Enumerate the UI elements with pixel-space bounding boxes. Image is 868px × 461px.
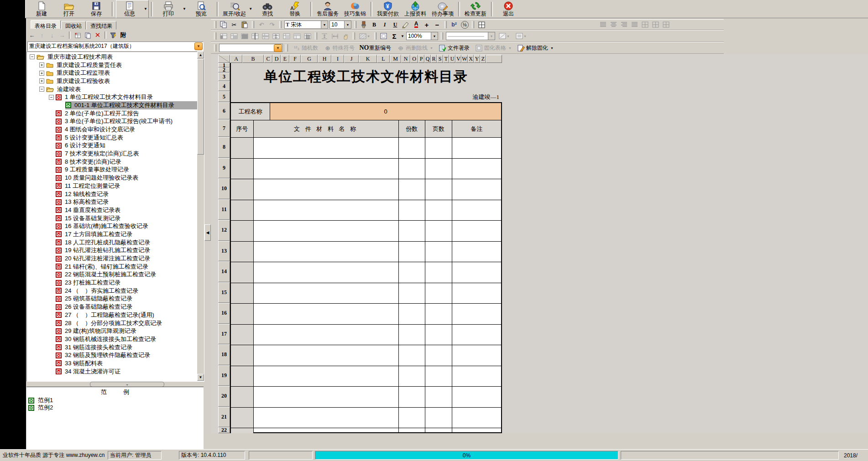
table-cell[interactable]	[425, 325, 452, 346]
row-header-14[interactable]: 14	[218, 261, 230, 282]
table-cell[interactable]	[399, 242, 426, 263]
table-cell[interactable]	[452, 428, 501, 433]
table-cell[interactable]	[425, 179, 452, 200]
protect-cell-icon[interactable]	[303, 32, 312, 40]
save-button[interactable]: 保存	[83, 0, 110, 18]
panel-tab-2[interactable]: 查找结果	[86, 21, 116, 30]
nav-down-icon[interactable]: ↓	[48, 31, 56, 39]
unfreeze-button[interactable]: 解除固化▼	[515, 43, 556, 52]
merge-cells-icon[interactable]	[230, 32, 239, 40]
table-cell[interactable]	[231, 428, 254, 433]
filter-icon[interactable]	[109, 31, 117, 39]
tree-item[interactable]: 3 单位(子单位)工程竣工报告(竣工申请书)	[27, 118, 197, 126]
column-header-extra[interactable]	[486, 55, 502, 63]
align-center-icon[interactable]	[609, 21, 618, 29]
cell-name-box[interactable]: ▼	[219, 44, 283, 52]
borders-icon[interactable]	[477, 21, 486, 29]
strikethrough-line-button[interactable]: ⊕ 画删除线▼	[395, 43, 435, 52]
column-header-O[interactable]: O	[410, 55, 418, 63]
table-cell[interactable]	[254, 221, 399, 242]
table-header-1[interactable]: 文 件 材 料 名 称	[254, 120, 399, 138]
row-header-16[interactable]: 16	[218, 303, 230, 324]
fraction-button[interactable]: ⅛	[460, 21, 469, 29]
tree-item[interactable]: 31 钢筋连接接头检查记录	[27, 343, 197, 352]
table-cell[interactable]	[452, 345, 501, 366]
cell-style-select[interactable]: ▼	[513, 32, 529, 40]
new-button[interactable]: 新建	[28, 0, 55, 18]
tree-item[interactable]: 23 打桩施工检查记录	[27, 279, 197, 287]
tree-item[interactable]: 10 质量问题处理验收记录表	[27, 174, 197, 182]
table-cell[interactable]	[425, 200, 452, 221]
tree-item[interactable]: 20 钻孔灌注桩灌注施工检查记录	[27, 254, 197, 263]
hand-tool-icon[interactable]	[341, 32, 350, 40]
replace-button[interactable]: A 替换	[282, 0, 308, 18]
column-header-X[interactable]: X	[468, 55, 474, 63]
tree-item[interactable]: 11 工程定位测量记录	[27, 182, 197, 190]
table-header-3[interactable]: 页数	[425, 120, 452, 138]
superscript-button[interactable]: b²	[450, 21, 459, 29]
table-cell[interactable]	[452, 366, 501, 387]
table-cell[interactable]	[231, 242, 254, 263]
column-header-W[interactable]: W	[461, 55, 468, 63]
table-cell[interactable]	[231, 387, 254, 408]
special-symbol-button[interactable]: ⊕ 特殊符号	[322, 43, 357, 52]
column-header-M[interactable]: M	[390, 55, 401, 63]
table-cell[interactable]	[231, 200, 254, 221]
table-cell[interactable]	[452, 262, 501, 283]
after-sales-button[interactable]: 售后服务	[314, 0, 341, 18]
paste-icon[interactable]	[240, 21, 249, 29]
table-cell[interactable]	[231, 283, 254, 304]
redo-icon[interactable]: ↷	[267, 21, 277, 29]
column-header-C[interactable]: C	[264, 55, 272, 63]
table-cell[interactable]	[452, 138, 501, 159]
renumber-button[interactable]: NO 重新编号	[358, 43, 393, 52]
toolbar-handle[interactable]	[214, 32, 216, 40]
table-cell[interactable]	[452, 242, 501, 263]
insert-row-icon[interactable]	[261, 32, 270, 40]
row-header-8[interactable]: 8	[218, 137, 230, 158]
sum-button[interactable]: Σ	[390, 32, 399, 40]
table-cell[interactable]	[254, 304, 399, 325]
table-cell[interactable]	[425, 345, 452, 366]
project-name-value[interactable]: 0	[270, 103, 501, 120]
table-cell[interactable]	[452, 159, 501, 180]
column-header-P[interactable]: P	[418, 55, 424, 63]
table-cell[interactable]	[231, 159, 254, 180]
table-cell[interactable]	[399, 428, 426, 433]
table-cell[interactable]	[399, 345, 426, 366]
scrollbar-thumb[interactable]	[197, 59, 204, 155]
tree-expander-icon[interactable]: +	[39, 71, 44, 76]
table-cell[interactable]	[425, 408, 452, 429]
row-header-4[interactable]: 4	[218, 81, 230, 91]
column-header-D[interactable]: D	[272, 55, 281, 63]
column-header-Q[interactable]: Q	[424, 55, 431, 63]
tree-item[interactable]: 26 设备基础隐蔽检查记录	[27, 303, 197, 311]
highlight-pen-icon[interactable]	[401, 21, 410, 29]
row-header-22[interactable]: 22	[218, 427, 230, 433]
table-cell[interactable]	[399, 408, 426, 429]
nav-forward-icon[interactable]: →	[58, 31, 66, 39]
example-item[interactable]: 范例2	[26, 404, 204, 411]
column-headers[interactable]: ABCDEFGHIJKLMNOPQRSTUVWXYZ	[230, 55, 502, 63]
todo-button[interactable]: 待办事项	[429, 0, 456, 18]
spreadsheet[interactable]: ABCDEFGHIJKLMNOPQRSTUVWXYZ 1234567891011…	[211, 54, 868, 433]
line-style-select[interactable]: ▼	[446, 32, 495, 40]
nav-back-icon[interactable]: ←	[28, 31, 36, 39]
pay-button[interactable]: ¥ 我要付款	[375, 0, 401, 18]
tree-item[interactable]: 34 混凝土浇灌许可证	[27, 368, 197, 376]
tree-expander-icon[interactable]: +	[39, 78, 44, 83]
split-cell-icon[interactable]	[272, 32, 281, 40]
table-cell[interactable]	[399, 159, 426, 180]
table-cell[interactable]	[452, 200, 501, 221]
tree-item[interactable]: 5 设计变更通知汇总表	[27, 134, 197, 142]
shade-table-icon[interactable]	[282, 32, 291, 40]
align-left-icon[interactable]	[598, 21, 607, 29]
panel-tab-1[interactable]: 回收站	[61, 21, 86, 30]
table-cell[interactable]	[399, 138, 426, 159]
col-spacing-icon[interactable]	[330, 32, 340, 40]
tree-item[interactable]: 19 钻孔灌注桩钻孔施工检查记录	[27, 247, 197, 255]
tree-item[interactable]: 15 设备基础复测记录	[27, 214, 197, 223]
table-cell[interactable]	[254, 428, 399, 433]
tree-item[interactable]: 14 垂直度检查记录表	[27, 206, 197, 214]
table-cell[interactable]	[399, 366, 426, 387]
